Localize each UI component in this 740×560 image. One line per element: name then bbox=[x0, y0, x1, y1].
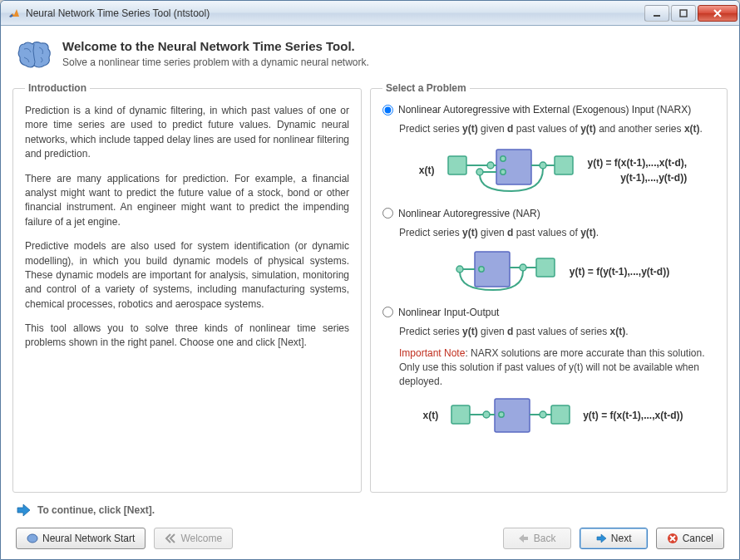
select-problem-group: Select a Problem Nonlinear Autoregressiv… bbox=[370, 82, 728, 493]
close-icon bbox=[713, 8, 723, 18]
arrow-right-icon bbox=[595, 533, 607, 544]
nio-note: Important Note: NARX solutions are more … bbox=[399, 346, 715, 388]
nar-svg bbox=[437, 248, 561, 295]
content-area: Welcome to the Neural Network Time Serie… bbox=[1, 26, 739, 559]
header-text: Welcome to the Neural Network Time Serie… bbox=[62, 39, 369, 71]
button-bar: Neural Network Start Welcome Back Next C… bbox=[12, 526, 728, 553]
intro-p3: Predictive models are also used for syst… bbox=[25, 239, 349, 312]
svg-point-19 bbox=[499, 412, 504, 417]
window-title: Neural Network Time Series Tool (ntstool… bbox=[26, 7, 644, 19]
narx-equation: y(t) = f(x(t-1),...,x(t-d), y(t-1),...,y… bbox=[588, 155, 688, 185]
brain-icon bbox=[16, 39, 52, 71]
close-button[interactable] bbox=[698, 5, 738, 22]
footer-hint: To continue, click [Next]. bbox=[12, 493, 728, 526]
minimize-button[interactable] bbox=[644, 5, 669, 22]
narx-desc: Predict series y(t) given d past values … bbox=[399, 122, 715, 136]
nnstart-button[interactable]: Neural Network Start bbox=[16, 528, 146, 549]
cancel-button[interactable]: Cancel bbox=[656, 528, 724, 549]
svg-point-12 bbox=[520, 264, 526, 271]
window-controls bbox=[644, 5, 738, 22]
back-button: Back bbox=[503, 528, 571, 549]
welcome-button: Welcome bbox=[154, 528, 233, 549]
problem-nio: Nonlinear Input-Output Predict series y(… bbox=[382, 307, 715, 434]
problem-nar: Nonlinear Autoregressive (NAR) Predict s… bbox=[382, 208, 715, 295]
svg-rect-4 bbox=[555, 156, 573, 174]
nar-desc: Predict series y(t) given d past values … bbox=[399, 226, 715, 240]
intro-p2: There are many applications for predicti… bbox=[25, 172, 349, 230]
svg-rect-0 bbox=[654, 15, 660, 17]
nar-diagram: y(t) = f(y(t-1),...,y(t-d)) bbox=[391, 248, 715, 295]
svg-point-14 bbox=[479, 266, 484, 271]
narx-svg bbox=[446, 145, 580, 196]
intro-legend: Introduction bbox=[25, 82, 90, 94]
header: Welcome to the Neural Network Time Serie… bbox=[12, 34, 728, 82]
svg-point-5 bbox=[487, 162, 494, 169]
problem-narx: Nonlinear Autoregressive with External (… bbox=[382, 104, 715, 196]
page-subtitle: Solve a nonlinear time series problem wi… bbox=[62, 56, 369, 68]
svg-point-8 bbox=[500, 156, 505, 161]
maximize-button[interactable] bbox=[671, 5, 696, 22]
intro-p4: This tool allows you to solve three kind… bbox=[25, 322, 349, 351]
svg-point-6 bbox=[540, 162, 546, 169]
svg-point-13 bbox=[456, 266, 463, 273]
narx-diagram: x(t) bbox=[391, 145, 715, 196]
svg-rect-2 bbox=[448, 156, 466, 174]
radio-nio[interactable] bbox=[382, 307, 393, 317]
arrow-right-icon bbox=[16, 503, 31, 518]
app-window: Neural Network Time Series Tool (ntstool… bbox=[0, 0, 740, 560]
svg-point-9 bbox=[500, 169, 505, 174]
intro-p1: Prediction is a kind of dynamic filterin… bbox=[25, 104, 349, 162]
svg-rect-11 bbox=[536, 258, 555, 277]
introduction-group: Introduction Prediction is a kind of dyn… bbox=[12, 82, 362, 493]
page-title: Welcome to the Neural Network Time Serie… bbox=[62, 39, 369, 53]
radio-nar[interactable] bbox=[382, 208, 393, 219]
rewind-icon bbox=[165, 533, 176, 544]
radio-nio-label[interactable]: Nonlinear Input-Output bbox=[398, 307, 499, 318]
next-button[interactable]: Next bbox=[580, 528, 648, 549]
matlab-icon bbox=[7, 7, 21, 20]
svg-point-21 bbox=[27, 534, 37, 543]
maximize-icon bbox=[679, 9, 688, 17]
nio-prelabel: x(t) bbox=[423, 410, 439, 421]
nio-diagram: x(t) y(t) = bbox=[391, 397, 715, 434]
nio-svg bbox=[450, 397, 575, 434]
svg-rect-1 bbox=[680, 10, 687, 17]
titlebar[interactable]: Neural Network Time Series Tool (ntstool… bbox=[1, 1, 739, 26]
svg-point-7 bbox=[476, 169, 483, 175]
svg-rect-15 bbox=[451, 405, 470, 424]
select-legend: Select a Problem bbox=[382, 82, 470, 94]
arrow-left-icon bbox=[518, 533, 530, 544]
radio-narx-label[interactable]: Nonlinear Autoregressive with External (… bbox=[398, 104, 691, 115]
footer-hint-text: To continue, click [Next]. bbox=[37, 504, 155, 516]
radio-narx[interactable] bbox=[382, 105, 393, 115]
svg-rect-17 bbox=[551, 405, 570, 424]
narx-prelabel: x(t) bbox=[419, 165, 435, 176]
cancel-icon bbox=[667, 533, 678, 544]
minimize-icon bbox=[653, 9, 661, 17]
nio-equation: y(t) = f(x(t-1),...,x(t-d)) bbox=[583, 408, 683, 423]
nio-desc: Predict series y(t) given d past values … bbox=[399, 325, 715, 339]
svg-point-20 bbox=[540, 411, 546, 418]
brain-small-icon bbox=[27, 533, 38, 544]
svg-point-18 bbox=[483, 411, 490, 418]
panels: Introduction Prediction is a kind of dyn… bbox=[12, 82, 728, 493]
radio-nar-label[interactable]: Nonlinear Autoregressive (NAR) bbox=[398, 208, 540, 219]
nar-equation: y(t) = f(y(t-1),...,y(t-d)) bbox=[570, 264, 669, 279]
svg-rect-3 bbox=[496, 150, 531, 184]
